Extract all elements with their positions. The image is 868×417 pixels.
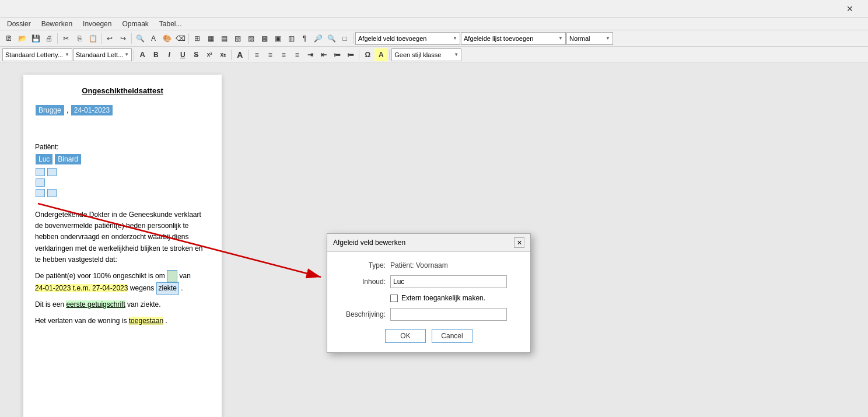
tb2-align-center-btn[interactable]: ≡ (264, 48, 276, 61)
dialog-beschrijving-input[interactable] (390, 308, 507, 321)
tb-paste-btn[interactable]: 📋 (86, 32, 99, 45)
body-para-3: Dit is een eerste getuigschrift van ziek… (35, 299, 210, 310)
menu-bewerken[interactable]: Bewerken (37, 19, 77, 29)
tb-eraser-btn[interactable]: ⌫ (174, 32, 187, 45)
tb2-indent-btn[interactable]: ⇥ (304, 48, 317, 61)
dialog-body: Type: Patiënt: Voornaam Inhoud: Extern t… (327, 252, 530, 352)
tb2-align-justify-btn[interactable]: ≡ (290, 48, 303, 61)
tb-save-btn[interactable]: 💾 (29, 32, 42, 45)
dialog-title: Afgeleid veld bewerken (333, 239, 405, 247)
title-bar: ✕ (0, 0, 868, 17)
tb-misc7-btn[interactable]: ▥ (285, 32, 298, 45)
small-field-1[interactable] (36, 168, 45, 176)
afgeleid-veld-dropdown[interactable]: Afgeleid veld toevoegen ▼ (355, 32, 460, 45)
tb-find-btn[interactable]: 🔍 (134, 32, 146, 45)
dialog-type-label: Type: (339, 261, 386, 269)
time-field[interactable] (167, 270, 177, 282)
tb2-subscript-btn[interactable]: x₂ (216, 48, 229, 61)
window-close-button[interactable]: ✕ (836, 0, 863, 17)
tb-cut-btn[interactable]: ✂ (60, 32, 72, 45)
tb-new-btn[interactable]: 🖹 (2, 32, 15, 45)
tb-spell-btn[interactable]: A (147, 32, 160, 45)
tb-frame-btn[interactable]: □ (338, 32, 351, 45)
chevron-down-icon: ▼ (453, 36, 457, 41)
tb-misc5-btn[interactable]: ▩ (258, 32, 271, 45)
tb2-separator-1 (134, 50, 134, 60)
extra-fields-row1 (35, 167, 210, 177)
menu-invoegen[interactable]: Invoegen (78, 19, 116, 29)
dialog-cancel-button[interactable]: Cancel (432, 329, 473, 343)
tb2-list-ul-btn[interactable]: ≔ (344, 48, 357, 61)
ziekte-field[interactable]: ziekte (156, 282, 179, 295)
extra-fields-row3 (35, 188, 210, 198)
tb-color-btn[interactable]: 🎨 (160, 32, 173, 45)
tb-undo-btn[interactable]: ↩ (103, 32, 116, 45)
extra-fields (35, 167, 210, 198)
small-field-2[interactable] (47, 168, 57, 176)
tb-table-btn[interactable]: ⊞ (191, 32, 204, 45)
tb-print-btn[interactable]: 🖨 (43, 32, 55, 45)
normal-style-dropdown[interactable]: Normal ▼ (566, 32, 613, 45)
tb2-superscript-btn[interactable]: x² (203, 48, 216, 61)
tb-zoom-out-btn[interactable]: 🔍 (325, 32, 338, 45)
patient-lastname-field[interactable]: Binard (55, 154, 81, 164)
tb2-align-right-btn[interactable]: ≡ (277, 48, 290, 61)
chevron-down-icon: ▼ (454, 52, 459, 57)
font-size-dropdown[interactable]: Standaard Lett... ▼ (73, 48, 132, 61)
tb2-fontcolor-btn[interactable]: A (233, 48, 246, 61)
tb-zoom-in-btn[interactable]: 🔎 (312, 32, 324, 45)
document-page: Ongeschiktheidsattest Brugge , 24-01-202… (23, 75, 222, 417)
afgeleid-veld-dialog: Afgeleid veld bewerken ✕ Type: Patiënt: … (327, 233, 531, 353)
chevron-down-icon: ▼ (124, 52, 129, 57)
small-field-4[interactable] (36, 189, 45, 197)
tb-copy-btn[interactable]: ⎘ (73, 32, 86, 45)
tb2-bold-btn[interactable]: B (149, 48, 162, 61)
extern-label: Extern toegankelijk maken. (401, 294, 485, 302)
dialog-buttons: OK Cancel (339, 329, 519, 345)
tb-separator-2 (101, 33, 102, 44)
tb-misc4-btn[interactable]: ▨ (244, 32, 257, 45)
tb-open-btn[interactable]: 📂 (16, 32, 29, 45)
tb-misc8-btn[interactable]: ¶ (298, 32, 311, 45)
document-area: Ongeschiktheidsattest Brugge , 24-01-202… (0, 63, 313, 417)
menu-bar: Dossier Bewerken Invoegen Opmaak Tabel..… (0, 17, 868, 30)
tb2-align-left-btn[interactable]: ≡ (250, 48, 263, 61)
location-field[interactable]: Brugge (36, 105, 64, 115)
small-field-5[interactable] (47, 189, 57, 197)
eerste-getuigschrift-highlight: eerste getuigschrift (66, 300, 125, 309)
tb2-list-ol-btn[interactable]: ≔ (331, 48, 344, 61)
tb2-highlight-btn[interactable]: A (374, 48, 387, 61)
dialog-beschrijving-row: Beschrijving: (339, 308, 519, 321)
tb-redo-btn[interactable]: ↪ (117, 32, 130, 45)
patient-firstname-field[interactable]: Luc (36, 154, 52, 164)
date-field[interactable]: 24-01-2023 (71, 105, 113, 115)
chevron-down-icon: ▼ (606, 36, 610, 41)
tb-separator-5 (353, 33, 354, 44)
tb-misc3-btn[interactable]: ▧ (231, 32, 244, 45)
tb2-strikethrough-btn[interactable]: S (190, 48, 202, 61)
tb-misc1-btn[interactable]: ▦ (204, 32, 217, 45)
tb2-italic-btn[interactable]: I (163, 48, 176, 61)
tb2-outdent-btn[interactable]: ⇤ (317, 48, 330, 61)
menu-dossier[interactable]: Dossier (2, 19, 36, 29)
tb-misc6-btn[interactable]: ▣ (271, 32, 284, 45)
toolbar-2: Standaard Letterty... ▼ Standaard Lett..… (0, 47, 868, 63)
dialog-inhoud-input[interactable] (390, 275, 507, 288)
dialog-close-button[interactable]: ✕ (514, 237, 524, 248)
tb2-fontsize-btn[interactable]: A (136, 48, 149, 61)
dialog-inhoud-label: Inhoud: (339, 278, 386, 286)
menu-tabel[interactable]: Tabel... (155, 19, 187, 29)
afgeleide-lijst-dropdown[interactable]: Afgeleide lijst toevoegen ▼ (461, 32, 566, 45)
extern-checkbox[interactable] (390, 295, 398, 302)
patient-row: Luc Binard (35, 153, 210, 165)
dialog-ok-button[interactable]: OK (385, 329, 426, 343)
style-class-dropdown[interactable]: Geen stijl klasse ▼ (391, 48, 461, 61)
tb2-underline-btn[interactable]: U (176, 48, 189, 61)
menu-opmaak[interactable]: Opmaak (117, 19, 153, 29)
dialog-inhoud-row: Inhoud: (339, 275, 519, 288)
font-family-dropdown[interactable]: Standaard Letterty... ▼ (2, 48, 72, 61)
tb-misc2-btn[interactable]: ▤ (218, 32, 230, 45)
small-field-3[interactable] (36, 178, 45, 187)
tb-separator-4 (188, 33, 189, 44)
tb2-special1-btn[interactable]: Ω (361, 48, 374, 61)
